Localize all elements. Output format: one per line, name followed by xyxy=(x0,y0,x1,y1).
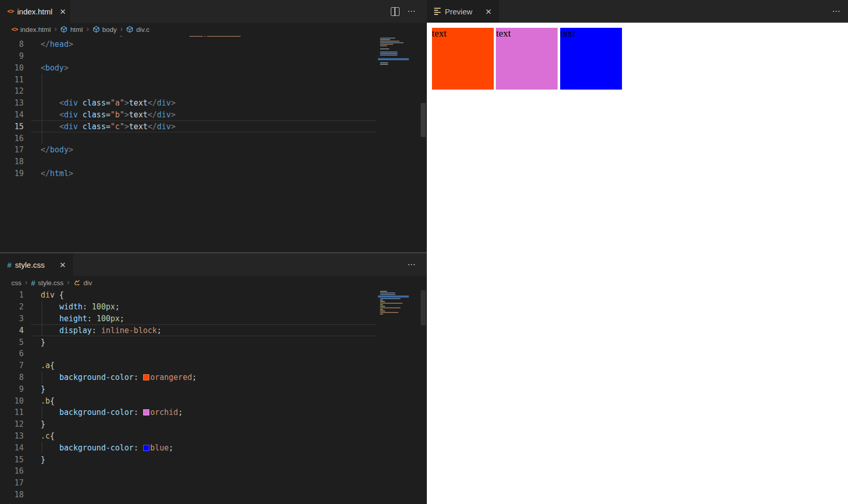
line-number: 17 xyxy=(0,145,24,154)
line-number: 16 xyxy=(0,466,24,476)
line-number: 11 xyxy=(0,408,24,417)
code-token: : xyxy=(134,443,143,453)
code-token xyxy=(41,443,59,453)
close-icon[interactable]: ✕ xyxy=(483,7,494,16)
minimap[interactable] xyxy=(380,38,407,67)
tab-preview[interactable]: Preview ✕ xyxy=(427,0,499,23)
code-line[interactable]: 10<body> xyxy=(0,62,427,74)
code-line[interactable]: 14 background-color: blue; xyxy=(0,442,427,454)
code-token: } xyxy=(41,420,45,429)
code-line[interactable]: 5} xyxy=(0,336,427,348)
close-icon[interactable]: ✕ xyxy=(57,260,68,270)
breadcrumb-item-div-rule[interactable]: div xyxy=(73,279,92,287)
code-line[interactable]: 8</head> xyxy=(0,39,427,50)
code-line[interactable]: 16 xyxy=(0,132,427,144)
code-token: < xyxy=(59,98,64,108)
code-line[interactable]: 11 xyxy=(0,74,427,85)
breadcrumb-label: body xyxy=(102,26,117,33)
color-swatch[interactable] xyxy=(143,374,149,380)
code-token: background-color xyxy=(59,373,134,382)
color-swatch[interactable] xyxy=(143,445,149,451)
code-line[interactable]: 11 background-color: orchid; xyxy=(0,407,427,419)
code-token: < xyxy=(41,63,45,73)
code-line[interactable]: 12 xyxy=(0,85,427,97)
breadcrumb-item-body[interactable]: body xyxy=(93,26,117,33)
code-token: = xyxy=(185,36,189,37)
line-number: 8 xyxy=(0,373,24,382)
code-line[interactable]: 4 display: inline-block; xyxy=(0,324,427,336)
code-line[interactable]: 6 xyxy=(0,348,427,360)
code-line[interactable]: 13.c{ xyxy=(0,430,427,442)
code-token: ; xyxy=(115,302,120,311)
tab-bar-preview: Preview ✕ ⋯ xyxy=(427,0,848,23)
code-token: 100px xyxy=(96,314,119,323)
breadcrumb-label: div xyxy=(83,279,92,287)
line-number: 4 xyxy=(0,326,24,335)
code-line[interactable]: 7.a{ xyxy=(0,360,427,372)
code-token: > xyxy=(68,145,73,154)
code-line[interactable]: 10.b{ xyxy=(0,395,427,407)
code-token: < xyxy=(59,36,64,37)
tab-style-css[interactable]: # style.css ✕ xyxy=(0,253,74,276)
split-editor-icon[interactable] xyxy=(391,7,400,16)
tab-index-html[interactable]: <> index.html ✕ xyxy=(0,0,71,23)
breadcrumb-item-html[interactable]: html xyxy=(60,26,83,33)
code-token: </ xyxy=(148,110,157,119)
code-token: background-color xyxy=(59,443,134,453)
code-line[interactable]: 17</body> xyxy=(0,144,427,156)
editor-group-preview: Preview ✕ ⋯ texttexttext xyxy=(427,0,848,504)
code-line[interactable]: 15 <div class="c">text</div> xyxy=(0,120,427,132)
code-token: ; xyxy=(120,314,125,323)
code-editor-html[interactable]: 7 <link rel="stylesheet" href="style.css… xyxy=(0,36,427,252)
line-number: 14 xyxy=(0,110,24,119)
minimap[interactable] xyxy=(380,291,407,320)
more-actions-icon[interactable]: ⋯ xyxy=(832,7,841,15)
code-token: class xyxy=(78,122,106,131)
more-actions-icon[interactable]: ⋯ xyxy=(407,260,416,269)
code-line[interactable]: 3 height: 100px; xyxy=(0,313,427,325)
close-icon[interactable]: ✕ xyxy=(58,7,68,16)
code-line[interactable]: 17 xyxy=(0,477,427,489)
code-line[interactable]: 9 xyxy=(0,50,427,62)
code-token: > xyxy=(125,98,129,108)
code-line[interactable]: 1div { xyxy=(0,289,427,301)
code-token: "c" xyxy=(110,122,124,131)
code-line[interactable]: 14 <div class="b">text</div> xyxy=(0,109,427,121)
breadcrumb-item-style-css[interactable]: # style.css xyxy=(31,279,63,287)
code-token: orangered xyxy=(150,373,192,382)
breadcrumb-item-div-c[interactable]: div.c xyxy=(126,26,149,33)
code-line[interactable]: 2 width: 100px; xyxy=(0,301,427,313)
code-line[interactable]: 9} xyxy=(0,383,427,395)
code-text: background-color: blue; xyxy=(24,443,174,453)
html-file-icon: <> xyxy=(7,8,13,15)
scrollbar-thumb[interactable] xyxy=(421,290,426,325)
line-number: 15 xyxy=(0,122,24,131)
code-editor-css[interactable]: 1div {2 width: 100px;3 height: 100px;4 d… xyxy=(0,289,427,504)
scrollbar-thumb[interactable] xyxy=(421,103,426,137)
code-token: "a" xyxy=(110,98,124,108)
line-number: 10 xyxy=(0,396,24,406)
line-number: 19 xyxy=(0,169,24,178)
more-actions-icon[interactable]: ⋯ xyxy=(407,7,416,15)
code-token: .a xyxy=(41,361,50,370)
code-text: <body> xyxy=(24,63,68,73)
code-line[interactable]: 12} xyxy=(0,419,427,430)
code-text: <div class="b">text</div> xyxy=(24,110,176,119)
color-swatch[interactable] xyxy=(143,409,149,415)
code-line[interactable]: 8 background-color: orangered; xyxy=(0,372,427,384)
code-line[interactable]: 18 xyxy=(0,156,427,168)
code-token: ; xyxy=(157,326,162,335)
code-line[interactable]: 19</html> xyxy=(0,168,427,180)
code-line[interactable]: 15} xyxy=(0,454,427,465)
html-file-icon: <> xyxy=(11,26,18,33)
code-line[interactable]: 18 xyxy=(0,489,427,501)
code-token: "b" xyxy=(110,110,124,119)
code-line[interactable]: 16 xyxy=(0,465,427,477)
line-number: 7 xyxy=(0,36,24,37)
code-line[interactable]: 13 <div class="a">text</div> xyxy=(0,97,427,109)
breadcrumb-item-css-folder[interactable]: css xyxy=(11,279,22,287)
line-number: 13 xyxy=(0,431,24,441)
breadcrumb-label: style.css xyxy=(38,279,64,287)
code-token: "style.css" xyxy=(189,36,240,37)
breadcrumb-item-file[interactable]: <> index.html xyxy=(11,26,51,33)
